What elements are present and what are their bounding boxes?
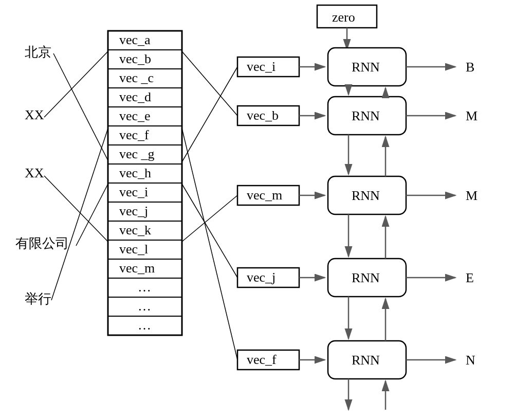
svg-line-8 xyxy=(182,184,237,278)
embedding-row-label: … xyxy=(138,280,151,295)
embedding-row-label: … xyxy=(138,299,151,314)
input-word-1: XX xyxy=(25,107,44,122)
embedding-row-label: vec _c xyxy=(119,70,154,85)
table-to-lookup-lines xyxy=(182,51,237,360)
output-tag: M xyxy=(466,188,478,203)
rnn-cell-label: RNN xyxy=(352,353,380,368)
embedding-row-label: vec_m xyxy=(119,261,155,276)
lookup-vector-label: vec_i xyxy=(247,59,276,74)
output-tag: B xyxy=(466,60,474,75)
embedding-row-label: vec_h xyxy=(119,166,151,180)
svg-line-2 xyxy=(44,51,108,117)
input-word-3: 有限公司 xyxy=(15,236,69,251)
embedding-row-label: vec_e xyxy=(119,108,151,123)
embedding-row-label: vec_b xyxy=(119,51,151,66)
rnn-cell-label: RNN xyxy=(352,270,380,285)
input-to-table-lines xyxy=(44,51,108,300)
svg-line-1 xyxy=(53,53,108,160)
embedding-row-label: vec_d xyxy=(119,89,151,104)
rnn-diagram: 北京 XX XX 有限公司 举行 vec_avec_bvec _cvec_dve… xyxy=(0,0,514,420)
lookup-vector-label: vec_f xyxy=(247,352,277,367)
lookup-vector-label: vec_j xyxy=(247,270,276,285)
rnn-cell-label: RNN xyxy=(352,108,380,123)
initial-state-box: zero xyxy=(317,5,377,28)
embedding-row-label: vec_j xyxy=(119,204,148,218)
rnn-cell-label: RNN xyxy=(352,188,380,203)
lookup-to-rnn-arrows xyxy=(299,67,325,360)
input-words-column: 北京 XX XX 有限公司 举行 xyxy=(15,45,69,306)
output-tag: N xyxy=(466,353,475,368)
svg-line-9 xyxy=(182,195,237,242)
embedding-row-label: vec_i xyxy=(119,185,148,199)
embedding-table: vec_avec_bvec _cvec_dvec_evec_fvec _gvec… xyxy=(108,31,182,335)
lookup-vector-label: vec_m xyxy=(247,188,282,203)
input-word-4: 举行 xyxy=(25,291,51,306)
output-tags: BMMEN xyxy=(466,60,478,368)
rnn-cells: RNNRNNRNNRNNRNN xyxy=(328,48,406,379)
embedding-row-label: vec_a xyxy=(119,32,151,47)
rnn-to-output-arrows xyxy=(406,67,455,360)
initial-state-label: zero xyxy=(332,10,355,25)
svg-line-6 xyxy=(182,51,237,116)
output-tag: M xyxy=(466,108,478,123)
input-word-0: 北京 xyxy=(25,45,51,60)
svg-line-5 xyxy=(51,129,108,300)
embedding-row-label: vec_k xyxy=(119,223,151,238)
svg-line-7 xyxy=(182,67,237,162)
input-word-2: XX xyxy=(25,166,44,180)
output-tag: E xyxy=(466,270,474,285)
svg-line-3 xyxy=(44,176,108,242)
embedding-row-label: vec _g xyxy=(119,147,155,161)
svg-line-10 xyxy=(182,129,237,360)
rnn-cell-label: RNN xyxy=(352,60,380,75)
embedding-row-label: vec_f xyxy=(119,127,149,142)
embedding-row-label: … xyxy=(138,318,151,333)
lookup-vectors: vec_ivec_bvec_mvec_jvec_f xyxy=(237,57,299,370)
embedding-row-label: vec_l xyxy=(119,242,148,257)
lookup-vector-label: vec_b xyxy=(247,108,279,123)
